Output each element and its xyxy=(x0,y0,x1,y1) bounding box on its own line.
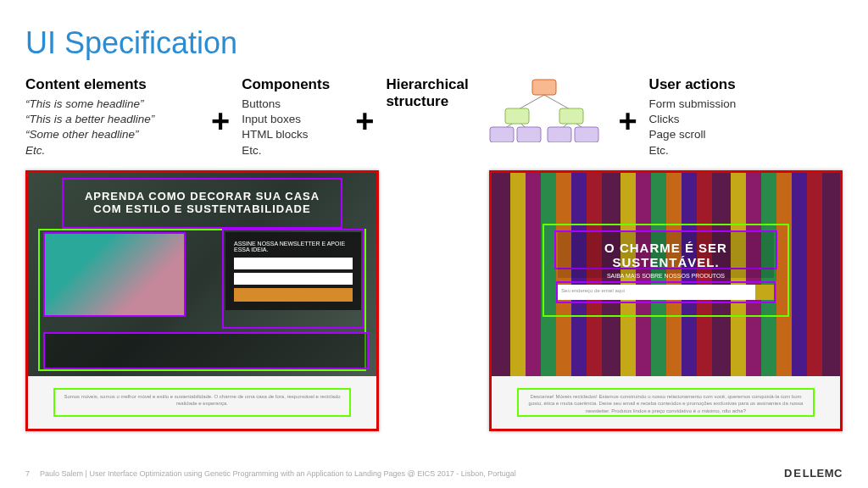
content-head: Content elements xyxy=(25,76,199,93)
annotation-box xyxy=(43,232,186,317)
annotation-box xyxy=(222,229,364,329)
annotation-box xyxy=(43,332,369,369)
actions-item: Form submission xyxy=(649,97,768,112)
svg-rect-9 xyxy=(490,127,514,142)
content-item: “This is some headline” xyxy=(25,97,199,112)
actions-item: Clicks xyxy=(649,112,768,127)
actions-head: User actions xyxy=(649,76,768,93)
slide: UI Specification Content elements “This … xyxy=(0,0,868,488)
content-elements-col: Content elements “This is some headline”… xyxy=(25,76,199,158)
components-item: Input boxes xyxy=(242,112,343,127)
footer-credit: Paulo Salem | User Interface Optimizatio… xyxy=(40,469,516,478)
examples-row: APRENDA COMO DECORAR SUA CASA COM ESTILO… xyxy=(25,170,843,431)
tree-diagram-icon xyxy=(483,76,606,142)
example-2-hero: O CHARME É SER SUSTENTÁVEL. SAIBA MAIS S… xyxy=(492,173,840,376)
example-2-footer: Descanse! Móveis reciclados! Estamos con… xyxy=(492,376,840,429)
svg-line-1 xyxy=(544,95,571,110)
content-item: “This is a better headline” xyxy=(25,112,199,127)
components-col: Components Buttons Input boxes HTML bloc… xyxy=(242,76,343,158)
svg-rect-11 xyxy=(548,127,571,142)
svg-line-0 xyxy=(517,95,544,110)
components-item: Buttons xyxy=(242,97,343,112)
example-1-headline: APRENDA COMO DECORAR SUA CASA COM ESTILO… xyxy=(63,183,342,222)
example-1: APRENDA COMO DECORAR SUA CASA COM ESTILO… xyxy=(25,170,379,431)
svg-rect-6 xyxy=(532,80,556,95)
svg-rect-12 xyxy=(575,127,598,142)
components-item: HTML blocks xyxy=(242,127,343,142)
example-1-footer: Somos móveis, somos o melhor móvel e est… xyxy=(28,376,376,429)
plus-icon: + xyxy=(613,103,642,140)
content-item: “Some other headline” xyxy=(25,127,199,142)
content-item: Etc. xyxy=(25,143,199,158)
svg-rect-7 xyxy=(505,108,529,124)
components-item: Etc. xyxy=(242,143,343,158)
actions-item: Page scroll xyxy=(649,127,768,142)
actions-col: User actions Form submission Clicks Page… xyxy=(649,76,768,158)
footer-text: Somos móveis, somos o melhor móvel e est… xyxy=(62,393,342,408)
footer-text: Descanse! Móveis reciclados! Estamos con… xyxy=(526,393,806,414)
slide-title: UI Specification xyxy=(25,25,843,61)
svg-rect-10 xyxy=(517,127,541,142)
slide-footer: 7 Paulo Salem | User Interface Optimizat… xyxy=(25,467,843,480)
hierarchy-head: Hierarchical structure xyxy=(386,76,475,110)
slide-number: 7 xyxy=(25,469,30,478)
example-1-hero: APRENDA COMO DECORAR SUA CASA COM ESTILO… xyxy=(28,173,376,376)
dell-emc-logo: D E LLEMC xyxy=(784,467,843,480)
concepts-row: Content elements “This is some headline”… xyxy=(25,76,843,158)
hierarchy-col: Hierarchical structure xyxy=(386,76,606,142)
plus-icon: + xyxy=(206,103,235,140)
components-head: Components xyxy=(242,76,343,93)
svg-rect-8 xyxy=(559,108,583,124)
example-2-headline: O CHARME É SER SUSTENTÁVEL. xyxy=(558,232,774,278)
example-2-subhead: SAIBA MAIS SOBRE NOSSOS PRODUTOS xyxy=(558,273,774,279)
example-2: O CHARME É SER SUSTENTÁVEL. SAIBA MAIS S… xyxy=(489,170,843,431)
plus-icon: + xyxy=(350,103,379,140)
actions-item: Etc. xyxy=(649,143,768,158)
annotation-box xyxy=(556,281,776,303)
